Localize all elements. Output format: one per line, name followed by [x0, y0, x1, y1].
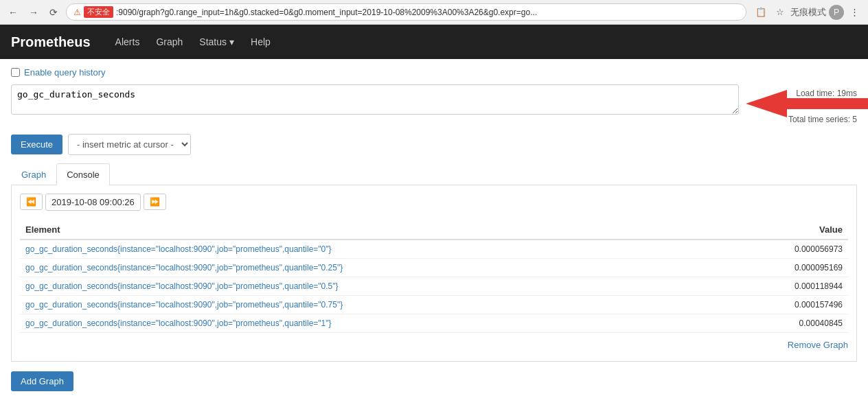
nav-alerts[interactable]: Alerts — [107, 25, 148, 59]
col-element: Element — [20, 220, 722, 240]
remove-graph-button[interactable]: Remove Graph — [788, 340, 848, 350]
navbar: Prometheus Alerts Graph Status ▾ Help — [0, 25, 868, 59]
element-cell: go_gc_duration_seconds{instance="localho… — [20, 295, 722, 314]
table-row: go_gc_duration_seconds{instance="localho… — [20, 314, 848, 332]
total-series-stat: Total time series: 5 — [747, 113, 857, 126]
table-row: go_gc_duration_seconds{instance="localho… — [20, 240, 848, 259]
time-display: 2019-10-08 09:00:26 — [45, 194, 141, 211]
nav-status-caret: ▾ — [229, 36, 234, 47]
enable-history-label[interactable]: Enable query history — [24, 67, 106, 78]
url-text: :9090/graph?g0.range_input=1h&g0.stacked… — [116, 8, 537, 17]
main-content: Enable query history go_gc_duration_seco… — [0, 59, 868, 399]
remove-graph-row: Remove Graph — [20, 333, 848, 353]
profile-btn[interactable]: P — [829, 5, 844, 20]
tab-graph[interactable]: Graph — [11, 163, 56, 185]
value-cell: 0.00040845 — [722, 314, 848, 332]
time-next-button[interactable]: ⏩ — [144, 194, 166, 210]
add-graph-button[interactable]: Add Graph — [11, 371, 73, 391]
resolution-stat: Resolution: 14s — [747, 100, 857, 113]
query-input[interactable]: go_gc_duration_seconds — [11, 84, 739, 115]
stats-section: Load time: 19ms Resolution: 14s Total ti… — [747, 84, 857, 127]
security-badge: 不安全 — [84, 6, 113, 18]
metric-selector[interactable]: - insert metric at cursor - — [68, 134, 191, 155]
nav-help[interactable]: Help — [242, 25, 279, 59]
incognito-label: 无痕模式 — [790, 6, 826, 19]
controls-row: Execute - insert metric at cursor - — [11, 134, 857, 155]
metric-link[interactable]: go_gc_duration_seconds{instance="localho… — [25, 263, 343, 272]
value-cell: 0.000095169 — [722, 258, 848, 277]
reload-button[interactable]: ⟳ — [47, 5, 60, 19]
enable-history-checkbox[interactable] — [11, 68, 20, 77]
menu-btn[interactable]: ⋮ — [847, 5, 863, 19]
metric-link[interactable]: go_gc_duration_seconds{instance="localho… — [25, 318, 332, 328]
element-cell: go_gc_duration_seconds{instance="localho… — [20, 240, 722, 259]
element-cell: go_gc_duration_seconds{instance="localho… — [20, 277, 722, 295]
security-icon: ⚠ — [73, 8, 81, 17]
value-cell: 0.000118944 — [722, 277, 848, 295]
value-cell: 0.000056973 — [722, 240, 848, 259]
query-area: go_gc_duration_seconds Load time: 19ms R… — [11, 84, 857, 127]
element-cell: go_gc_duration_seconds{instance="localho… — [20, 314, 722, 332]
add-graph-section: Add Graph — [11, 371, 857, 391]
col-value: Value — [722, 220, 848, 240]
tab-console[interactable]: Console — [56, 163, 110, 185]
metric-link[interactable]: go_gc_duration_seconds{instance="localho… — [25, 281, 339, 291]
bookmark-screen-btn[interactable]: 📋 — [752, 5, 770, 19]
query-section: go_gc_duration_seconds — [11, 84, 739, 117]
forward-button[interactable]: → — [26, 5, 41, 19]
browser-chrome: ← → ⟳ ⚠ 不安全 :9090/graph?g0.range_input=1… — [0, 0, 868, 25]
console-panel: ⏪ 2019-10-08 09:00:26 ⏩ Element Value go… — [11, 185, 857, 362]
table-row: go_gc_duration_seconds{instance="localho… — [20, 295, 848, 314]
nav-status-dropdown[interactable]: Status ▾ — [191, 25, 242, 59]
back-button[interactable]: ← — [5, 5, 21, 19]
time-prev-button[interactable]: ⏪ — [20, 194, 43, 210]
table-row: go_gc_duration_seconds{instance="localho… — [20, 258, 848, 277]
time-controls: ⏪ 2019-10-08 09:00:26 ⏩ — [20, 194, 848, 211]
table-row: go_gc_duration_seconds{instance="localho… — [20, 277, 848, 295]
value-cell: 0.000157496 — [722, 295, 848, 314]
chrome-actions: 📋 ☆ 无痕模式 P ⋮ — [752, 5, 863, 20]
nav-graph[interactable]: Graph — [148, 25, 191, 59]
bookmark-btn[interactable]: ☆ — [773, 5, 788, 19]
execute-button[interactable]: Execute — [11, 135, 62, 154]
results-table: Element Value go_gc_duration_seconds{ins… — [20, 220, 848, 333]
brand-logo[interactable]: Prometheus — [11, 34, 91, 50]
tabs-container: Graph Console — [11, 163, 857, 185]
metric-link[interactable]: go_gc_duration_seconds{instance="localho… — [25, 300, 343, 310]
load-time-stat: Load time: 19ms — [747, 87, 857, 100]
table-header-row: Element Value — [20, 220, 848, 240]
metric-link[interactable]: go_gc_duration_seconds{instance="localho… — [25, 244, 332, 254]
nav-status-label: Status — [199, 36, 227, 47]
enable-history-row: Enable query history — [11, 67, 857, 78]
element-cell: go_gc_duration_seconds{instance="localho… — [20, 258, 722, 277]
url-bar[interactable]: ⚠ 不安全 :9090/graph?g0.range_input=1h&g0.s… — [66, 3, 746, 21]
